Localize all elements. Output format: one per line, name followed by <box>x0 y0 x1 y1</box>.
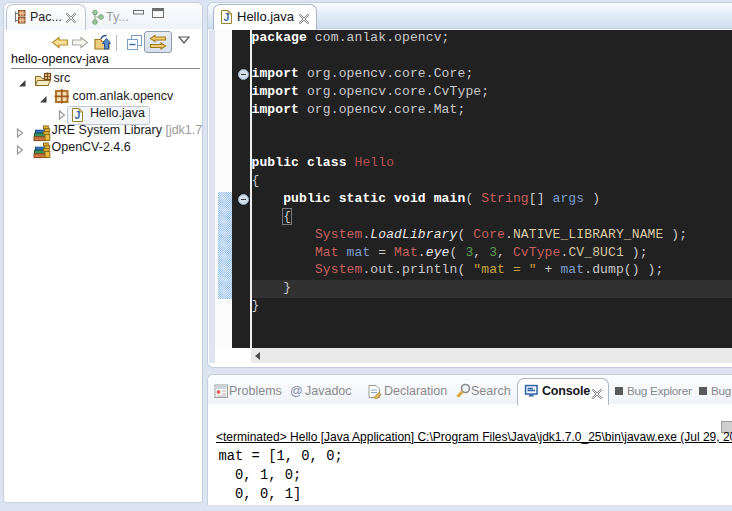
svg-text:J: J <box>75 109 81 121</box>
svg-text:J: J <box>224 11 230 23</box>
